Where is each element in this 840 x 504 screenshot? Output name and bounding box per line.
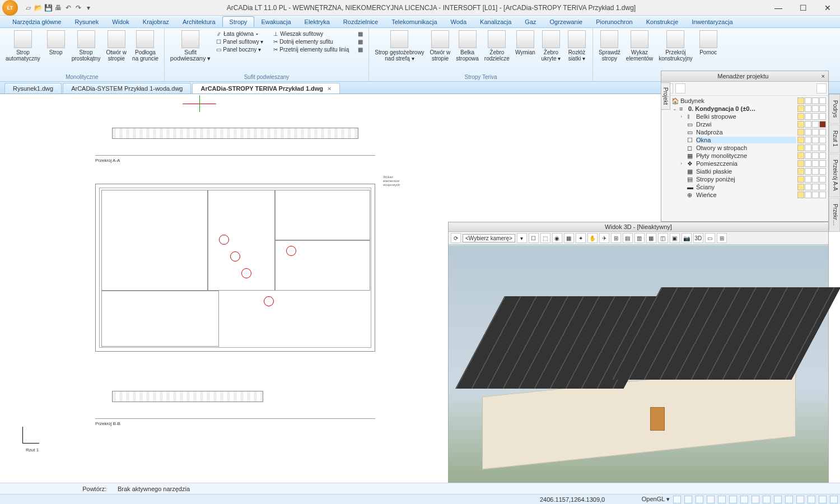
visibility-icon[interactable] — [797, 121, 804, 128]
v3d-tool-icon[interactable]: ☐ — [529, 233, 539, 243]
layer-icon[interactable] — [812, 184, 819, 190]
visibility-icon[interactable] — [797, 184, 804, 190]
lock-icon[interactable] — [805, 137, 811, 143]
status-toggle-icon[interactable] — [707, 496, 715, 503]
menu-woda[interactable]: Woda — [444, 17, 474, 27]
lock-icon[interactable] — [805, 176, 811, 183]
color-swatch-icon[interactable] — [819, 129, 826, 136]
small-icon[interactable]: ▦ — [356, 30, 365, 38]
menu-widok[interactable]: Widok — [105, 17, 136, 27]
color-swatch-icon[interactable] — [819, 176, 826, 183]
tree-row[interactable]: ▬Ściany — [664, 183, 826, 191]
v3d-tool-icon[interactable]: ▥ — [634, 233, 645, 243]
status-toggle-icon[interactable] — [740, 496, 748, 503]
visibility-icon[interactable] — [797, 113, 804, 120]
lock-icon[interactable] — [805, 160, 811, 167]
menu-gaz[interactable]: Gaz — [518, 17, 543, 27]
ribbon-button[interactable]: Sprawdźstropy — [596, 29, 623, 63]
status-toggle-icon[interactable] — [796, 496, 804, 503]
v3d-tool-icon[interactable]: ⬚ — [540, 233, 550, 243]
document-tab[interactable]: ArCADia-STROPY TERIVA Przykład 1.dwg× — [192, 83, 339, 94]
color-swatch-icon[interactable] — [819, 152, 826, 159]
ribbon-button[interactable]: Wymian — [513, 29, 538, 63]
qat-new-icon[interactable]: ▱ — [24, 3, 32, 12]
v3d-tool-icon[interactable]: ▾ — [517, 233, 527, 243]
status-toggle-icon[interactable] — [774, 496, 782, 503]
menu-stropy[interactable]: Stropy — [222, 16, 255, 27]
v3d-tool-icon[interactable]: 3D — [693, 233, 703, 243]
layer-icon[interactable] — [812, 152, 819, 159]
v3d-tool-icon[interactable]: ▤ — [623, 233, 633, 243]
visibility-icon[interactable] — [797, 176, 804, 183]
render-mode[interactable]: OpenGL ▾ — [642, 496, 670, 503]
project-tab[interactable]: Projekt — [661, 82, 670, 110]
lock-icon[interactable] — [805, 144, 811, 151]
layer-icon[interactable] — [812, 105, 819, 112]
color-swatch-icon[interactable] — [819, 121, 826, 128]
close-button[interactable]: ✕ — [815, 0, 840, 16]
ribbon-button[interactable]: Strop gęstożebrowynad strefą ▾ — [372, 29, 426, 63]
status-toggle-icon[interactable] — [729, 496, 737, 503]
status-toggle-icon[interactable] — [718, 496, 726, 503]
ribbon-button[interactable]: Otwór wstropie — [428, 29, 453, 63]
ribbon-button[interactable]: Przekrójkonstrukcyjny — [656, 29, 695, 63]
minimize-button[interactable]: — — [766, 0, 791, 16]
small-icon[interactable]: ▦ — [356, 38, 365, 45]
side-tab[interactable]: Przekrój A-A — [829, 153, 840, 197]
status-toggle-icon[interactable] — [819, 496, 827, 503]
visibility-icon[interactable] — [797, 168, 804, 175]
visibility-icon[interactable] — [797, 160, 804, 167]
v3d-tool-icon[interactable]: ▦ — [564, 233, 574, 243]
menu-rysunek[interactable]: Rysunek — [68, 17, 105, 27]
tree-row[interactable]: ›⫴Belki stropowe — [664, 113, 826, 120]
ribbon-button[interactable]: Żebroukryte ▾ — [539, 29, 563, 63]
lock-icon[interactable] — [805, 105, 811, 112]
qat-open-icon[interactable]: 📂 — [34, 3, 43, 12]
tree-row[interactable]: ⌄🏠Budynek — [664, 97, 826, 105]
lock-icon[interactable] — [805, 192, 811, 198]
small-icon[interactable]: ▦ — [356, 46, 365, 53]
layer-icon[interactable] — [812, 121, 819, 128]
v3d-tool-icon[interactable]: ⊞ — [611, 233, 621, 243]
tree-row[interactable]: ◻Otwory w stropach — [664, 144, 826, 152]
lock-icon[interactable] — [805, 152, 811, 159]
qat-print-icon[interactable]: 🖶 — [54, 3, 63, 12]
visibility-icon[interactable] — [797, 192, 804, 198]
side-tab[interactable]: Przekr… — [829, 198, 840, 232]
color-swatch-icon[interactable] — [819, 97, 826, 104]
tree-row[interactable]: ▭Nadproża — [664, 128, 826, 136]
color-swatch-icon[interactable] — [819, 160, 826, 167]
ribbon-button[interactable]: Stropprostokątny — [69, 29, 103, 63]
pm-tool-icon[interactable] — [816, 83, 827, 94]
v3d-tool-icon[interactable]: ▦ — [646, 233, 656, 243]
layer-icon[interactable] — [812, 192, 819, 198]
layer-icon[interactable] — [812, 176, 819, 183]
ribbon-button[interactable]: Pomoc — [696, 29, 721, 63]
v3d-tool-icon[interactable]: ✋ — [587, 233, 598, 243]
v3d-tool-icon[interactable]: ⊞ — [717, 233, 727, 243]
side-tab[interactable]: Podrys — [829, 94, 840, 124]
v3d-tool-icon[interactable]: ⟳ — [451, 233, 461, 243]
v3d-tool-icon[interactable]: ✈ — [599, 233, 609, 243]
document-tab[interactable]: Rysunek1.dwg — [4, 83, 62, 94]
lock-icon[interactable] — [805, 168, 811, 175]
ribbon-small-button[interactable]: ✂ Przetnij elementy sufitu linią — [271, 46, 351, 53]
visibility-icon[interactable] — [797, 105, 804, 112]
ribbon-button[interactable]: Rozłóżsiatki ▾ — [564, 29, 589, 63]
ribbon-small-button[interactable]: ⊥ Wieszak sufitowy — [271, 30, 351, 38]
tree-row[interactable]: ⌄≡0. Kondygnacja 0 (±0… — [664, 105, 826, 113]
lock-icon[interactable] — [805, 97, 811, 104]
ribbon-small-button[interactable]: ⫽ Łata główna ▾ — [214, 30, 265, 38]
lock-icon[interactable] — [805, 121, 811, 128]
status-toggle-icon[interactable] — [673, 496, 681, 503]
maximize-button[interactable]: ☐ — [791, 0, 815, 16]
camera-select[interactable]: <Wybierz kamerę> — [463, 234, 515, 242]
color-swatch-icon[interactable] — [819, 168, 826, 175]
project-tree[interactable]: ⌄🏠Budynek⌄≡0. Kondygnacja 0 (±0…›⫴Belki … — [661, 96, 828, 219]
ribbon-small-button[interactable]: ▭ Panel boczny ▾ — [214, 46, 265, 53]
tree-row[interactable]: ▦Płyty monolityczne — [664, 152, 826, 160]
pm-tool-icon[interactable] — [675, 83, 685, 94]
layer-icon[interactable] — [812, 129, 819, 136]
menu-narzędzia główne[interactable]: Narzędzia główne — [6, 17, 68, 27]
sufit-button[interactable]: Sufitpodwieszany ▾ — [168, 29, 213, 63]
